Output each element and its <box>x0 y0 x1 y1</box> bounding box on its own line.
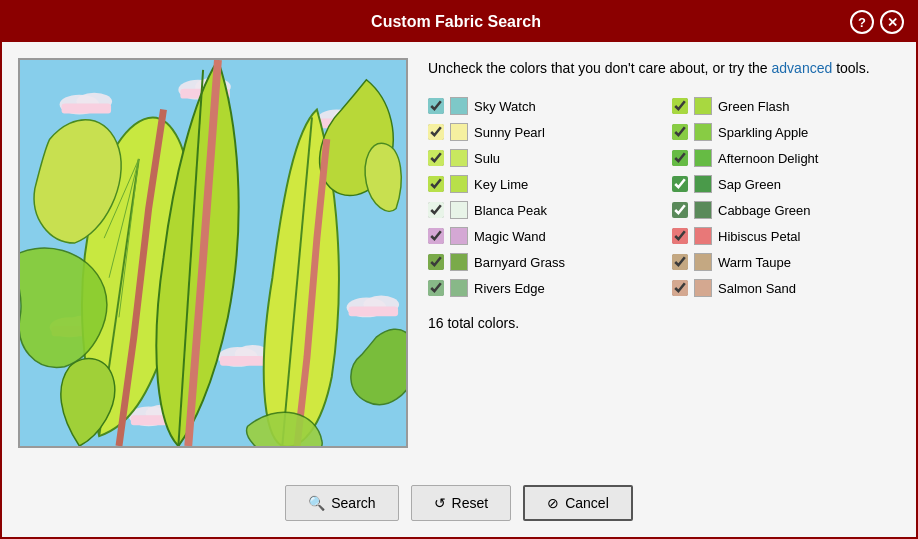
swatch-blanca-peak <box>450 201 468 219</box>
checkbox-sunny-pearl[interactable] <box>428 124 444 140</box>
cancel-icon: ⊘ <box>547 495 559 511</box>
swatch-sky-watch <box>450 97 468 115</box>
close-button[interactable]: ✕ <box>880 10 904 34</box>
cancel-label: Cancel <box>565 495 609 511</box>
custom-fabric-search-dialog: Custom Fabric Search ? ✕ <box>0 0 918 539</box>
checkbox-sky-watch[interactable] <box>428 98 444 114</box>
color-row-sunny-pearl: Sunny Pearl <box>428 121 656 143</box>
checkbox-afternoon-delight[interactable] <box>672 150 688 166</box>
checkbox-hibiscus-petal[interactable] <box>672 228 688 244</box>
reset-button[interactable]: ↺ Reset <box>411 485 512 521</box>
checkbox-key-lime[interactable] <box>428 176 444 192</box>
footer: 🔍 Search ↺ Reset ⊘ Cancel <box>2 473 916 537</box>
dialog-title: Custom Fabric Search <box>62 13 850 31</box>
checkbox-sap-green[interactable] <box>672 176 688 192</box>
right-color-column: Green FlashSparkling AppleAfternoon Deli… <box>672 95 900 299</box>
swatch-key-lime <box>450 175 468 193</box>
svg-rect-24 <box>349 306 398 316</box>
help-button[interactable]: ? <box>850 10 874 34</box>
checkbox-sulu[interactable] <box>428 150 444 166</box>
color-name-hibiscus-petal: Hibiscus Petal <box>718 229 800 244</box>
color-row-rivers-edge: Rivers Edge <box>428 277 656 299</box>
title-bar: Custom Fabric Search ? ✕ <box>2 2 916 42</box>
color-row-hibiscus-petal: Hibiscus Petal <box>672 225 900 247</box>
total-count: 16 total colors. <box>428 315 900 331</box>
fabric-preview <box>18 58 408 448</box>
colors-grid: Sky WatchSunny PearlSuluKey LimeBlanca P… <box>428 95 900 299</box>
reset-icon: ↺ <box>434 495 446 511</box>
swatch-afternoon-delight <box>694 149 712 167</box>
checkbox-sparkling-apple[interactable] <box>672 124 688 140</box>
search-label: Search <box>331 495 375 511</box>
color-name-warm-taupe: Warm Taupe <box>718 255 791 270</box>
swatch-barnyard-grass <box>450 253 468 271</box>
description-text1: Uncheck the colors that you don't care a… <box>428 60 772 76</box>
color-row-sap-green: Sap Green <box>672 173 900 195</box>
color-name-green-flash: Green Flash <box>718 99 790 114</box>
checkbox-barnyard-grass[interactable] <box>428 254 444 270</box>
swatch-cabbage-green <box>694 201 712 219</box>
color-row-sky-watch: Sky Watch <box>428 95 656 117</box>
svg-rect-3 <box>62 104 111 114</box>
checkbox-blanca-peak[interactable] <box>428 202 444 218</box>
color-name-sky-watch: Sky Watch <box>474 99 536 114</box>
color-name-cabbage-green: Cabbage Green <box>718 203 811 218</box>
color-row-key-lime: Key Lime <box>428 173 656 195</box>
color-name-afternoon-delight: Afternoon Delight <box>718 151 818 166</box>
color-row-sparkling-apple: Sparkling Apple <box>672 121 900 143</box>
checkbox-salmon-sand[interactable] <box>672 280 688 296</box>
left-color-column: Sky WatchSunny PearlSuluKey LimeBlanca P… <box>428 95 656 299</box>
color-name-rivers-edge: Rivers Edge <box>474 281 545 296</box>
swatch-sunny-pearl <box>450 123 468 141</box>
checkbox-green-flash[interactable] <box>672 98 688 114</box>
search-button[interactable]: 🔍 Search <box>285 485 398 521</box>
checkbox-magic-wand[interactable] <box>428 228 444 244</box>
swatch-warm-taupe <box>694 253 712 271</box>
color-row-afternoon-delight: Afternoon Delight <box>672 147 900 169</box>
cancel-button[interactable]: ⊘ Cancel <box>523 485 633 521</box>
swatch-salmon-sand <box>694 279 712 297</box>
description-text2: tools. <box>832 60 869 76</box>
color-name-key-lime: Key Lime <box>474 177 528 192</box>
color-name-sparkling-apple: Sparkling Apple <box>718 125 808 140</box>
color-name-magic-wand: Magic Wand <box>474 229 546 244</box>
right-panel: Uncheck the colors that you don't care a… <box>428 58 900 457</box>
color-row-cabbage-green: Cabbage Green <box>672 199 900 221</box>
color-name-sunny-pearl: Sunny Pearl <box>474 125 545 140</box>
advanced-link[interactable]: advanced <box>772 60 833 76</box>
color-row-sulu: Sulu <box>428 147 656 169</box>
swatch-rivers-edge <box>450 279 468 297</box>
color-name-blanca-peak: Blanca Peak <box>474 203 547 218</box>
checkbox-cabbage-green[interactable] <box>672 202 688 218</box>
color-name-sulu: Sulu <box>474 151 500 166</box>
color-row-barnyard-grass: Barnyard Grass <box>428 251 656 273</box>
color-name-salmon-sand: Salmon Sand <box>718 281 796 296</box>
color-name-barnyard-grass: Barnyard Grass <box>474 255 565 270</box>
content-area: Uncheck the colors that you don't care a… <box>2 42 916 473</box>
color-name-sap-green: Sap Green <box>718 177 781 192</box>
color-row-warm-taupe: Warm Taupe <box>672 251 900 273</box>
swatch-sap-green <box>694 175 712 193</box>
checkbox-warm-taupe[interactable] <box>672 254 688 270</box>
swatch-green-flash <box>694 97 712 115</box>
color-row-green-flash: Green Flash <box>672 95 900 117</box>
color-row-blanca-peak: Blanca Peak <box>428 199 656 221</box>
swatch-hibiscus-petal <box>694 227 712 245</box>
color-row-salmon-sand: Salmon Sand <box>672 277 900 299</box>
title-bar-controls: ? ✕ <box>850 10 904 34</box>
reset-label: Reset <box>452 495 489 511</box>
color-row-magic-wand: Magic Wand <box>428 225 656 247</box>
search-icon: 🔍 <box>308 495 325 511</box>
swatch-sulu <box>450 149 468 167</box>
svg-rect-21 <box>220 356 269 366</box>
swatch-sparkling-apple <box>694 123 712 141</box>
checkbox-rivers-edge[interactable] <box>428 280 444 296</box>
swatch-magic-wand <box>450 227 468 245</box>
description: Uncheck the colors that you don't care a… <box>428 58 900 79</box>
